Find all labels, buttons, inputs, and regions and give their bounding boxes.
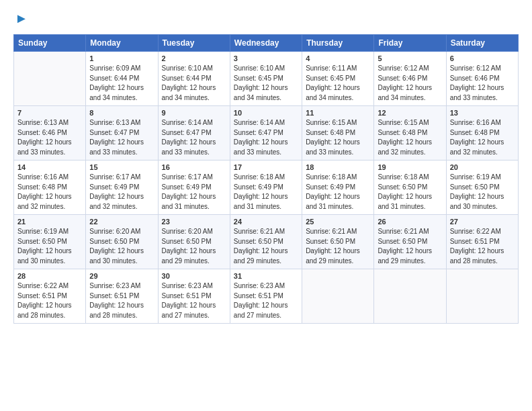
day-info: Sunrise: 6:19 AM Sunset: 6:50 PM Dayligh…: [450, 173, 515, 212]
calendar-cell: 29Sunrise: 6:23 AM Sunset: 6:51 PM Dayli…: [86, 269, 158, 324]
calendar-cell: 31Sunrise: 6:23 AM Sunset: 6:51 PM Dayli…: [230, 269, 302, 324]
day-number: 27: [450, 218, 515, 226]
day-number: 30: [162, 272, 226, 280]
day-info: Sunrise: 6:14 AM Sunset: 6:47 PM Dayligh…: [162, 118, 226, 157]
week-row-0: 1Sunrise: 6:09 AM Sunset: 6:44 PM Daylig…: [14, 52, 519, 106]
calendar-cell: 30Sunrise: 6:23 AM Sunset: 6:51 PM Dayli…: [158, 269, 230, 324]
day-info: Sunrise: 6:22 AM Sunset: 6:51 PM Dayligh…: [450, 227, 515, 266]
day-info: Sunrise: 6:19 AM Sunset: 6:50 PM Dayligh…: [17, 227, 82, 266]
day-number: 12: [378, 109, 442, 117]
calendar-cell: 5Sunrise: 6:12 AM Sunset: 6:46 PM Daylig…: [374, 52, 446, 106]
calendar-cell: [374, 269, 446, 324]
header-sunday: Sunday: [14, 35, 86, 52]
day-number: 10: [234, 109, 298, 117]
day-info: Sunrise: 6:11 AM Sunset: 6:45 PM Dayligh…: [306, 64, 370, 103]
calendar-cell: 25Sunrise: 6:21 AM Sunset: 6:50 PM Dayli…: [302, 215, 374, 269]
day-info: Sunrise: 6:15 AM Sunset: 6:48 PM Dayligh…: [378, 118, 442, 157]
header-monday: Monday: [86, 35, 158, 52]
page-container: ► SundayMondayTuesdayWednesdayThursdayFr…: [0, 0, 532, 330]
calendar-cell: 6Sunrise: 6:12 AM Sunset: 6:46 PM Daylig…: [446, 52, 518, 106]
calendar-cell: 21Sunrise: 6:19 AM Sunset: 6:50 PM Dayli…: [14, 215, 86, 269]
day-number: 6: [450, 54, 515, 62]
day-info: Sunrise: 6:18 AM Sunset: 6:49 PM Dayligh…: [306, 173, 370, 212]
day-number: 28: [17, 272, 82, 280]
day-info: Sunrise: 6:18 AM Sunset: 6:50 PM Dayligh…: [378, 173, 442, 212]
day-info: Sunrise: 6:22 AM Sunset: 6:51 PM Dayligh…: [17, 281, 82, 320]
day-number: 3: [234, 54, 298, 62]
day-number: 7: [17, 109, 82, 117]
day-info: Sunrise: 6:13 AM Sunset: 6:46 PM Dayligh…: [17, 118, 82, 157]
week-row-4: 28Sunrise: 6:22 AM Sunset: 6:51 PM Dayli…: [14, 269, 519, 324]
day-number: 20: [450, 163, 515, 171]
day-info: Sunrise: 6:16 AM Sunset: 6:48 PM Dayligh…: [450, 118, 515, 157]
day-number: 23: [162, 218, 226, 226]
week-row-3: 21Sunrise: 6:19 AM Sunset: 6:50 PM Dayli…: [14, 215, 519, 269]
day-number: 25: [306, 218, 370, 226]
day-info: Sunrise: 6:15 AM Sunset: 6:48 PM Dayligh…: [306, 118, 370, 157]
calendar-cell: 18Sunrise: 6:18 AM Sunset: 6:49 PM Dayli…: [302, 161, 374, 215]
day-number: 5: [378, 54, 442, 62]
day-number: 2: [162, 54, 226, 62]
calendar-cell: 16Sunrise: 6:17 AM Sunset: 6:49 PM Dayli…: [158, 161, 230, 215]
header-tuesday: Tuesday: [158, 35, 230, 52]
day-info: Sunrise: 6:13 AM Sunset: 6:47 PM Dayligh…: [89, 118, 154, 157]
header-friday: Friday: [374, 35, 446, 52]
day-info: Sunrise: 6:21 AM Sunset: 6:50 PM Dayligh…: [378, 227, 442, 266]
calendar-cell: 11Sunrise: 6:15 AM Sunset: 6:48 PM Dayli…: [302, 106, 374, 161]
day-number: 22: [89, 218, 154, 226]
day-info: Sunrise: 6:20 AM Sunset: 6:50 PM Dayligh…: [89, 227, 154, 266]
day-info: Sunrise: 6:12 AM Sunset: 6:46 PM Dayligh…: [378, 64, 442, 103]
day-info: Sunrise: 6:18 AM Sunset: 6:49 PM Dayligh…: [234, 173, 298, 212]
day-number: 15: [89, 163, 154, 171]
calendar-cell: 15Sunrise: 6:17 AM Sunset: 6:49 PM Dayli…: [86, 161, 158, 215]
day-info: Sunrise: 6:10 AM Sunset: 6:44 PM Dayligh…: [162, 64, 226, 103]
calendar-cell: 27Sunrise: 6:22 AM Sunset: 6:51 PM Dayli…: [446, 215, 518, 269]
day-number: 29: [89, 272, 154, 280]
calendar-cell: 8Sunrise: 6:13 AM Sunset: 6:47 PM Daylig…: [86, 106, 158, 161]
calendar-cell: 13Sunrise: 6:16 AM Sunset: 6:48 PM Dayli…: [446, 106, 518, 161]
day-info: Sunrise: 6:09 AM Sunset: 6:44 PM Dayligh…: [89, 64, 154, 103]
day-info: Sunrise: 6:14 AM Sunset: 6:47 PM Dayligh…: [234, 118, 298, 157]
week-row-2: 14Sunrise: 6:16 AM Sunset: 6:48 PM Dayli…: [14, 161, 519, 215]
calendar-cell: 17Sunrise: 6:18 AM Sunset: 6:49 PM Dayli…: [230, 161, 302, 215]
day-number: 9: [162, 109, 226, 117]
day-number: 4: [306, 54, 370, 62]
calendar-table: SundayMondayTuesdayWednesdayThursdayFrid…: [13, 34, 519, 324]
calendar-cell: 9Sunrise: 6:14 AM Sunset: 6:47 PM Daylig…: [158, 106, 230, 161]
calendar-cell: 23Sunrise: 6:20 AM Sunset: 6:50 PM Dayli…: [158, 215, 230, 269]
day-number: 21: [17, 218, 82, 226]
header-thursday: Thursday: [302, 35, 374, 52]
day-info: Sunrise: 6:10 AM Sunset: 6:45 PM Dayligh…: [234, 64, 298, 103]
calendar-cell: 26Sunrise: 6:21 AM Sunset: 6:50 PM Dayli…: [374, 215, 446, 269]
day-info: Sunrise: 6:20 AM Sunset: 6:50 PM Dayligh…: [162, 227, 226, 266]
day-number: 24: [234, 218, 298, 226]
week-row-1: 7Sunrise: 6:13 AM Sunset: 6:46 PM Daylig…: [14, 106, 519, 161]
calendar-cell: [302, 269, 374, 324]
day-number: 31: [234, 272, 298, 280]
day-info: Sunrise: 6:21 AM Sunset: 6:50 PM Dayligh…: [234, 227, 298, 266]
day-info: Sunrise: 6:21 AM Sunset: 6:50 PM Dayligh…: [306, 227, 370, 266]
calendar-cell: 12Sunrise: 6:15 AM Sunset: 6:48 PM Dayli…: [374, 106, 446, 161]
day-info: Sunrise: 6:23 AM Sunset: 6:51 PM Dayligh…: [234, 281, 298, 320]
day-info: Sunrise: 6:17 AM Sunset: 6:49 PM Dayligh…: [89, 173, 154, 212]
logo-bird-icon: ►: [15, 11, 28, 26]
day-info: Sunrise: 6:16 AM Sunset: 6:48 PM Dayligh…: [17, 173, 82, 212]
logo: ►: [13, 11, 28, 26]
day-info: Sunrise: 6:17 AM Sunset: 6:49 PM Dayligh…: [162, 173, 226, 212]
header-wednesday: Wednesday: [230, 35, 302, 52]
day-info: Sunrise: 6:12 AM Sunset: 6:46 PM Dayligh…: [450, 64, 515, 103]
calendar-cell: 4Sunrise: 6:11 AM Sunset: 6:45 PM Daylig…: [302, 52, 374, 106]
day-number: 16: [162, 163, 226, 171]
calendar-cell: 1Sunrise: 6:09 AM Sunset: 6:44 PM Daylig…: [86, 52, 158, 106]
day-number: 1: [89, 54, 154, 62]
day-number: 18: [306, 163, 370, 171]
calendar-cell: 19Sunrise: 6:18 AM Sunset: 6:50 PM Dayli…: [374, 161, 446, 215]
calendar-cell: 14Sunrise: 6:16 AM Sunset: 6:48 PM Dayli…: [14, 161, 86, 215]
header-saturday: Saturday: [446, 35, 518, 52]
calendar-cell: 22Sunrise: 6:20 AM Sunset: 6:50 PM Dayli…: [86, 215, 158, 269]
day-number: 11: [306, 109, 370, 117]
calendar-cell: 7Sunrise: 6:13 AM Sunset: 6:46 PM Daylig…: [14, 106, 86, 161]
calendar-cell: 28Sunrise: 6:22 AM Sunset: 6:51 PM Dayli…: [14, 269, 86, 324]
header: ►: [13, 11, 519, 26]
calendar-cell: 3Sunrise: 6:10 AM Sunset: 6:45 PM Daylig…: [230, 52, 302, 106]
